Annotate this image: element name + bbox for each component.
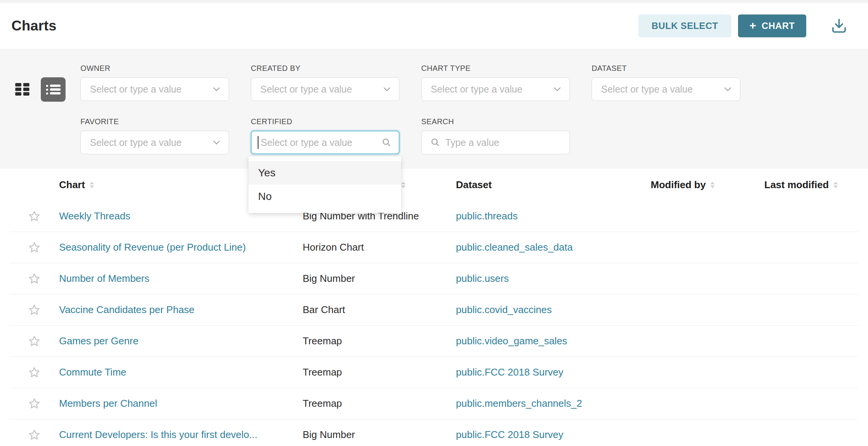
chart-type-cell: Treemap — [303, 366, 456, 378]
chart-name-link[interactable]: Commute Time — [59, 366, 126, 378]
grid-icon[interactable] — [15, 83, 30, 96]
table-row: Games per Genre Treemap public.video_gam… — [10, 326, 858, 357]
table-row: Number of Members Big Number public.user… — [10, 263, 858, 294]
certified-dropdown: Yes No — [249, 157, 401, 213]
chart-type-cell: Bar Chart — [303, 304, 456, 316]
filter-certified-label: CERTIFIED — [251, 117, 400, 126]
table-row: Weekly Threads Big Number with Trendline… — [10, 201, 858, 232]
chart-name-link[interactable]: Games per Genre — [59, 335, 138, 347]
table-row: Seasonality of Revenue (per Product Line… — [10, 232, 858, 263]
table-row: Vaccine Candidates per Phase Bar Chart p… — [10, 294, 858, 326]
add-chart-label: CHART — [762, 21, 795, 31]
table-row: Current Developers: Is this your first d… — [10, 419, 858, 446]
chart-type-cell: Horizon Chart — [303, 241, 456, 253]
created-by-placeholder: Select or type a value — [260, 84, 352, 95]
favorite-star-icon[interactable] — [10, 429, 59, 441]
filter-dataset-label: DATASET — [592, 64, 740, 72]
filter-created-by-label: CREATED BY — [251, 64, 400, 72]
certified-placeholder: Select or type a value — [261, 137, 352, 148]
filter-chart-type-label: CHART TYPE — [421, 64, 570, 72]
chart-name-link[interactable]: Members per Channel — [59, 398, 157, 409]
favorite-star-icon[interactable] — [10, 304, 59, 316]
dataset-placeholder: Select or type a value — [601, 84, 693, 95]
chart-name-link[interactable]: Vaccine Candidates per Phase — [59, 304, 194, 315]
chart-name-link[interactable]: Weekly Threads — [59, 210, 130, 222]
download-icon[interactable] — [830, 17, 848, 35]
chevron-down-icon — [554, 87, 561, 91]
favorite-star-icon[interactable] — [10, 335, 59, 347]
favorite-star-icon[interactable] — [10, 241, 59, 254]
list-icon[interactable] — [41, 77, 66, 102]
dataset-link[interactable]: public.video_game_sales — [456, 335, 567, 347]
list-glyph — [46, 83, 61, 96]
chart-name-link[interactable]: Number of Members — [59, 273, 149, 284]
text-cursor — [258, 136, 258, 149]
filter-favorite: FAVORITE Select or type a value — [80, 117, 229, 154]
filter-chart-type: CHART TYPE Select or type a value — [421, 64, 570, 101]
chart-type-cell: Treemap — [303, 398, 456, 409]
chart-name-link[interactable]: Current Developers: Is this your first d… — [59, 429, 257, 440]
chevron-down-icon — [213, 87, 220, 91]
chart-type-select[interactable]: Select or type a value — [421, 77, 570, 101]
favorite-star-icon[interactable] — [10, 210, 59, 222]
favorite-star-icon[interactable] — [10, 273, 59, 285]
bulk-select-button[interactable]: BULK SELECT — [639, 14, 731, 37]
favorite-star-icon[interactable] — [10, 366, 59, 379]
dataset-link[interactable]: public.users — [456, 273, 509, 284]
dataset-link[interactable]: public.FCC 2018 Survey — [456, 429, 563, 440]
page-header: Charts BULK SELECT + CHART — [0, 3, 868, 49]
dataset-link[interactable]: public.threads — [456, 210, 518, 222]
table-row: Members per Channel Treemap public.membe… — [10, 388, 858, 419]
dataset-select[interactable]: Select or type a value — [592, 77, 740, 101]
chart-type-cell: Treemap — [303, 335, 456, 347]
table-header-row: Chart Dataset Modified by Last modified — [10, 169, 858, 201]
chart-type-cell: Big Number — [303, 273, 456, 285]
filter-favorite-label: FAVORITE — [80, 117, 229, 126]
dataset-link[interactable]: public.covid_vaccines — [456, 304, 552, 315]
chart-type-placeholder: Select or type a value — [431, 84, 522, 95]
page-title: Charts — [11, 18, 56, 34]
header-actions: BULK SELECT + CHART — [639, 14, 848, 37]
chevron-down-icon — [724, 87, 732, 91]
filter-certified: CERTIFIED Select or type a value — [251, 117, 400, 154]
plus-icon: + — [749, 20, 756, 31]
sort-arrows-icon — [833, 182, 838, 188]
chevron-down-icon — [383, 87, 391, 91]
filter-owner-label: OWNER — [80, 64, 229, 72]
created-by-select[interactable]: Select or type a value — [251, 77, 400, 101]
favorite-star-icon[interactable] — [10, 398, 59, 410]
chart-type-cell: Big Number — [303, 429, 456, 441]
dropdown-option-yes[interactable]: Yes — [249, 161, 401, 185]
header-cell-dataset: Dataset — [456, 179, 651, 191]
sort-arrows-icon — [401, 182, 406, 188]
dropdown-option-no[interactable]: No — [249, 185, 401, 208]
sort-arrows-icon — [710, 182, 715, 188]
dataset-link[interactable]: public.FCC 2018 Survey — [456, 366, 563, 378]
search-placeholder: Type a value — [445, 137, 499, 148]
filter-owner: OWNER Select or type a value — [80, 64, 229, 101]
filter-dataset: DATASET Select or type a value — [592, 64, 740, 101]
table-row: Commute Time Treemap public.FCC 2018 Sur… — [10, 357, 858, 388]
filter-created-by: CREATED BY Select or type a value — [251, 64, 400, 101]
chevron-down-icon — [213, 140, 220, 145]
dataset-link[interactable]: public.members_channels_2 — [456, 398, 582, 409]
sort-arrows-icon — [90, 182, 94, 188]
favorite-select[interactable]: Select or type a value — [80, 131, 229, 154]
certified-select[interactable]: Select or type a value — [251, 131, 400, 154]
search-input[interactable]: Type a value — [421, 131, 570, 154]
filter-search-label: SEARCH — [421, 117, 570, 126]
chart-name-link[interactable]: Seasonality of Revenue (per Product Line… — [59, 241, 246, 253]
favorite-placeholder: Select or type a value — [90, 137, 181, 148]
magnifier-icon — [431, 138, 440, 147]
charts-table: Chart Dataset Modified by Last modified … — [0, 169, 868, 446]
header-cell-modified-by[interactable]: Modified by — [651, 179, 764, 191]
add-chart-button[interactable]: + CHART — [738, 14, 806, 37]
magnifier-icon — [382, 138, 391, 147]
dataset-link[interactable]: public.cleaned_sales_data — [456, 241, 573, 253]
filter-panel: OWNER Select or type a value CREATED BY … — [0, 49, 868, 169]
filter-search: SEARCH Type a value — [421, 117, 570, 154]
top-divider — [0, 0, 868, 3]
header-cell-last-modified[interactable]: Last modified — [764, 179, 858, 191]
owner-select[interactable]: Select or type a value — [80, 77, 229, 101]
owner-placeholder: Select or type a value — [90, 84, 181, 95]
